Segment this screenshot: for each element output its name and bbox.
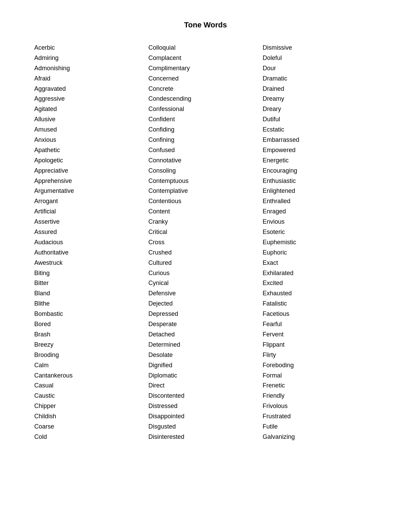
- word-item: Bored: [34, 320, 148, 329]
- word-item: Dramatic: [263, 74, 377, 84]
- word-item: Euphoric: [263, 248, 377, 258]
- word-item: Foreboding: [263, 361, 377, 370]
- word-item: Authoritative: [34, 248, 148, 258]
- word-item: Concerned: [148, 74, 262, 84]
- word-item: Admiring: [34, 53, 148, 63]
- word-item: Confining: [148, 135, 262, 145]
- word-item: Dignified: [148, 361, 262, 370]
- word-item: Excited: [263, 279, 377, 288]
- word-item: Frustrated: [263, 412, 377, 421]
- word-item: Cold: [34, 432, 148, 442]
- word-item: Discontented: [148, 391, 262, 401]
- word-item: Agitated: [34, 104, 148, 114]
- word-item: Bland: [34, 289, 148, 298]
- word-item: Enraged: [263, 207, 377, 216]
- word-item: Enlightened: [263, 186, 377, 196]
- word-item: Fervent: [263, 330, 377, 339]
- word-item: Exact: [263, 258, 377, 268]
- word-item: Curious: [148, 269, 262, 278]
- word-item: Apprehensive: [34, 176, 148, 186]
- word-item: Distressed: [148, 401, 262, 411]
- word-item: Awestruck: [34, 258, 148, 268]
- word-item: Diplomatic: [148, 371, 262, 381]
- word-item: Fearful: [263, 320, 377, 329]
- word-item: Colloquial: [148, 43, 262, 53]
- word-item: Frivolous: [263, 401, 377, 411]
- word-item: Cranky: [148, 217, 262, 227]
- word-item: Childish: [34, 412, 148, 421]
- word-item: Drained: [263, 84, 377, 94]
- word-item: Depressed: [148, 309, 262, 319]
- word-item: Cultured: [148, 258, 262, 268]
- word-item: Afraid: [34, 74, 148, 84]
- word-item: Contentious: [148, 197, 262, 206]
- word-item: Enthusiastic: [263, 176, 377, 186]
- word-item: Brooding: [34, 350, 148, 360]
- word-item: Cantankerous: [34, 371, 148, 381]
- word-item: Coarse: [34, 422, 148, 432]
- word-item: Connotative: [148, 156, 262, 165]
- word-item: Argumentative: [34, 186, 148, 196]
- word-item: Dreamy: [263, 94, 377, 104]
- word-item: Cynical: [148, 279, 262, 288]
- word-item: Disinterested: [148, 432, 262, 442]
- word-item: Empowered: [263, 146, 377, 155]
- word-item: Dreary: [263, 104, 377, 114]
- word-column-1: AcerbicAdmiringAdmonishingAfraidAggravat…: [34, 43, 148, 442]
- word-item: Amused: [34, 125, 148, 135]
- word-item: Calm: [34, 361, 148, 370]
- word-item: Dour: [263, 64, 377, 73]
- word-item: Aggressive: [34, 94, 148, 104]
- word-item: Direct: [148, 381, 262, 391]
- word-item: Contemptuous: [148, 176, 262, 186]
- word-item: Concrete: [148, 84, 262, 94]
- word-item: Apathetic: [34, 146, 148, 155]
- word-item: Anxious: [34, 135, 148, 145]
- word-item: Flirty: [263, 350, 377, 360]
- word-item: Arrogant: [34, 197, 148, 206]
- word-item: Chipper: [34, 401, 148, 411]
- word-item: Disgusted: [148, 422, 262, 432]
- word-item: Content: [148, 207, 262, 216]
- word-item: Casual: [34, 381, 148, 391]
- word-item: Detached: [148, 330, 262, 339]
- word-item: Exhausted: [263, 289, 377, 298]
- word-item: Confiding: [148, 125, 262, 135]
- word-item: Flippant: [263, 340, 377, 350]
- word-item: Esoteric: [263, 227, 377, 237]
- word-item: Doleful: [263, 53, 377, 63]
- word-columns: AcerbicAdmiringAdmonishingAfraidAggravat…: [34, 43, 377, 442]
- word-item: Crushed: [148, 248, 262, 258]
- word-item: Assured: [34, 227, 148, 237]
- word-column-3: DismissiveDolefulDourDramaticDrainedDrea…: [263, 43, 377, 442]
- word-item: Dutiful: [263, 115, 377, 124]
- word-item: Confessional: [148, 104, 262, 114]
- word-item: Contemplative: [148, 186, 262, 196]
- word-item: Admonishing: [34, 64, 148, 73]
- word-item: Confident: [148, 115, 262, 124]
- word-item: Desperate: [148, 320, 262, 329]
- word-item: Frenetic: [263, 381, 377, 391]
- word-item: Blithe: [34, 299, 148, 309]
- word-item: Complacent: [148, 53, 262, 63]
- word-item: Audacious: [34, 238, 148, 247]
- word-item: Artificial: [34, 207, 148, 216]
- word-item: Consoling: [148, 166, 262, 176]
- word-item: Cross: [148, 238, 262, 247]
- word-item: Fatalistic: [263, 299, 377, 309]
- word-item: Friendly: [263, 391, 377, 401]
- word-item: Desolate: [148, 350, 262, 360]
- word-item: Bombastic: [34, 309, 148, 319]
- word-item: Complimentary: [148, 64, 262, 73]
- word-item: Critical: [148, 227, 262, 237]
- word-item: Futile: [263, 422, 377, 432]
- word-item: Bitter: [34, 279, 148, 288]
- word-item: Enthralled: [263, 197, 377, 206]
- word-item: Exhilarated: [263, 269, 377, 278]
- word-item: Brash: [34, 330, 148, 339]
- word-item: Envious: [263, 217, 377, 227]
- word-item: Encouraging: [263, 166, 377, 176]
- word-item: Aggravated: [34, 84, 148, 94]
- word-item: Determined: [148, 340, 262, 350]
- word-item: Disappointed: [148, 412, 262, 421]
